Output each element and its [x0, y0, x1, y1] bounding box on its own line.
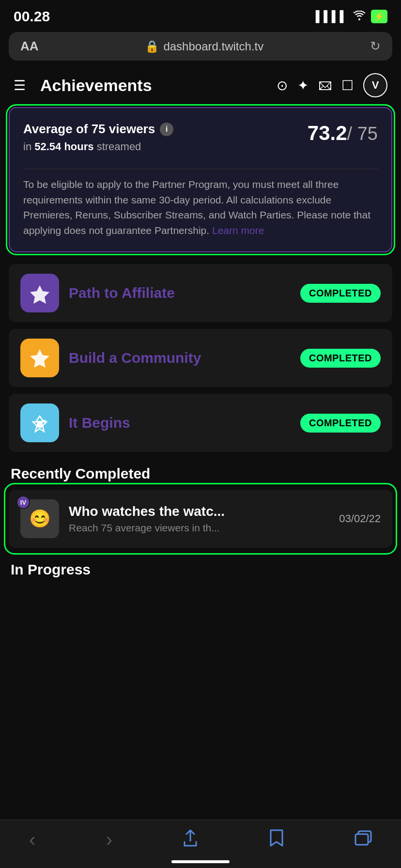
wifi-icon: [353, 10, 366, 23]
recently-completed-wrapper: IV 😊 Who watches the watc... Reach 75 av…: [9, 490, 392, 548]
in-progress-header: In Progress: [9, 561, 392, 578]
lock-icon: 🔒: [145, 40, 159, 53]
requirement-card: Average of 75 viewers i in 52.54 hours s…: [9, 107, 392, 252]
inbox-icon[interactable]: 🖂: [318, 78, 332, 93]
req-title: Average of 75 viewers i: [23, 122, 173, 137]
svg-marker-1: [30, 349, 49, 368]
url-text: dashboard.twitch.tv: [163, 40, 263, 53]
learn-more-link[interactable]: Learn more: [212, 225, 264, 236]
req-divider: [23, 169, 378, 169]
back-button[interactable]: ‹: [29, 829, 35, 851]
status-time: 00.28: [14, 8, 50, 25]
req-description: To be eligible to apply to the Partner P…: [23, 177, 378, 238]
forward-button[interactable]: ›: [106, 829, 112, 851]
recently-completed-header: Recently Completed: [9, 465, 392, 482]
info-icon[interactable]: i: [160, 123, 173, 136]
refresh-button[interactable]: ↻: [370, 39, 381, 54]
status-bar: 00.28 ▌▌▌▌ ⚡: [0, 0, 401, 29]
bookmarks-button[interactable]: [269, 829, 284, 851]
avatar[interactable]: V: [363, 73, 387, 97]
achievement-name-affiliate: Path to Affiliate: [69, 285, 291, 301]
nav-header: ☰ Achievements ⊙ ✦ 🖂 ☐ V: [0, 63, 401, 107]
notification-icon[interactable]: ☐: [341, 78, 354, 93]
achievement-icon-affiliate: [20, 274, 59, 312]
main-content: Average of 75 viewers i in 52.54 hours s…: [0, 107, 401, 644]
nav-icons: ⊙ ✦ 🖂 ☐ V: [277, 73, 387, 97]
help-icon[interactable]: ⊙: [277, 78, 288, 93]
svg-rect-2: [37, 421, 43, 428]
share-button[interactable]: [183, 829, 198, 851]
svg-marker-0: [30, 285, 49, 304]
achievement-name-community: Build a Community: [69, 350, 291, 366]
achievement-icon-community: [20, 339, 59, 377]
recent-item-title: Who watches the watc...: [69, 504, 329, 519]
completed-badge-begins: COMPLETED: [300, 414, 381, 433]
tabs-button[interactable]: [355, 830, 372, 850]
svg-rect-5: [355, 834, 368, 845]
home-indicator: [171, 860, 230, 863]
badge-iv: IV: [16, 496, 30, 509]
browser-bar[interactable]: AA 🔒 dashboard.twitch.tv ↻: [9, 32, 392, 61]
recent-item-watchmen[interactable]: IV 😊 Who watches the watc... Reach 75 av…: [9, 490, 392, 548]
recent-item-date: 03/02/22: [339, 512, 381, 525]
hamburger-icon[interactable]: ☰: [14, 78, 26, 93]
recent-item-info: Who watches the watc... Reach 75 average…: [69, 504, 329, 534]
achievement-path-to-affiliate[interactable]: Path to Affiliate COMPLETED: [9, 264, 392, 322]
recent-item-thumb: IV 😊: [20, 499, 59, 538]
url-bar[interactable]: 🔒 dashboard.twitch.tv: [145, 40, 263, 53]
font-size-control[interactable]: AA: [20, 39, 39, 54]
achievement-name-begins: It Begins: [69, 415, 291, 431]
achievement-icon-begins: [20, 403, 59, 442]
battery-icon: ⚡: [371, 10, 387, 23]
sparkle-icon[interactable]: ✦: [297, 78, 308, 93]
signal-icon: ▌▌▌▌: [316, 10, 348, 23]
achievement-it-begins[interactable]: It Begins COMPLETED: [9, 394, 392, 452]
completed-badge-affiliate: COMPLETED: [300, 284, 381, 303]
page-title: Achievements: [40, 76, 262, 95]
req-progress: 73.2/ 75: [308, 122, 378, 145]
achievement-build-community[interactable]: Build a Community COMPLETED: [9, 329, 392, 387]
status-icons: ▌▌▌▌ ⚡: [316, 10, 387, 23]
completed-badge-community: COMPLETED: [300, 349, 381, 368]
recent-item-desc: Reach 75 average viewers in th...: [69, 522, 329, 534]
req-subtitle: in 52.54 hours streamed: [23, 140, 173, 153]
